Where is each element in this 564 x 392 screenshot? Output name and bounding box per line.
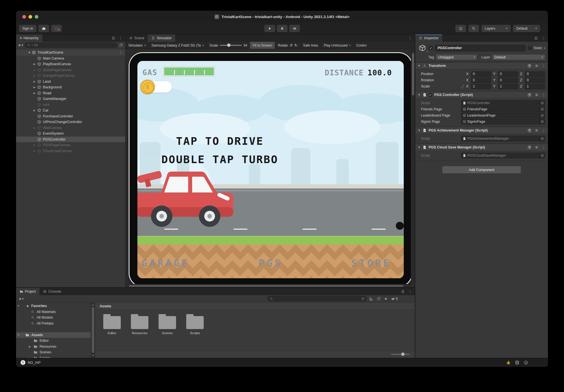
search-everywhere-button[interactable] (468, 25, 479, 32)
hierarchy-item[interactable]: GameManager (16, 96, 125, 102)
safe-area-button[interactable]: Safe Area (300, 42, 321, 49)
help-icon[interactable]: ? (527, 64, 532, 68)
component-header[interactable]: ▼ ✓ PGS Controller (Script) ? ⋮ (415, 91, 548, 98)
scrollbar-thumb[interactable] (92, 307, 94, 353)
presets-icon[interactable] (535, 64, 539, 68)
scale-x-field[interactable]: 1 (471, 84, 491, 89)
project-tree-scrollbar[interactable]: ▲ ▼ (91, 303, 95, 358)
hierarchy-item[interactable]: PurchaseController (16, 113, 125, 119)
object-reference-field[interactable]: FriendsPage (461, 106, 545, 112)
link-scale-icon[interactable] (461, 85, 464, 88)
static-checkbox[interactable] (528, 46, 532, 50)
component-menu-icon[interactable]: ⋮ (542, 129, 545, 132)
component-header[interactable]: ▼ PGS Cloud Save Manager (Script) ? ⋮ (415, 144, 548, 151)
hierarchy-item[interactable]: ▶Road (16, 90, 125, 96)
scale-slider-knob[interactable] (227, 43, 231, 47)
foldout-open-icon[interactable]: ▼ (17, 334, 20, 336)
object-picker-icon[interactable] (539, 100, 545, 106)
step-button[interactable] (289, 25, 300, 32)
collab-button[interactable]: ✕ (51, 25, 62, 32)
project-search-input[interactable] (267, 296, 367, 301)
hierarchy-scene-row[interactable]: ▼ TrivialKartScene ⋮ (16, 50, 125, 56)
cloud-services-button[interactable] (38, 25, 49, 32)
tab-inspector[interactable]: Inspector (415, 34, 442, 42)
object-reference-field[interactable]: LeaderboardPage (461, 113, 545, 118)
hierarchy-item-selected[interactable]: PGSController (16, 137, 125, 143)
presets-icon[interactable] (535, 145, 539, 149)
panel-menu-icon[interactable]: ⋮ (119, 36, 122, 40)
project-folder-row[interactable]: ▶Scripts (16, 355, 91, 358)
assets-root-row[interactable]: ▼ Assets (16, 332, 91, 338)
position-z-field[interactable]: 0 (525, 71, 545, 77)
layer-dropdown[interactable]: Default▾ (492, 54, 545, 60)
status-message[interactable]: NO_IAP (28, 361, 41, 365)
foldout-closed-icon[interactable]: ▶ (32, 109, 36, 112)
scene-menu-icon[interactable]: ⋮ (119, 51, 123, 54)
progress-check-icon[interactable] (524, 360, 528, 365)
tag-dropdown[interactable]: Untagged▾ (436, 54, 477, 60)
component-menu-icon[interactable]: ⋮ (542, 146, 545, 149)
sign-in-button[interactable]: Sign in (19, 25, 36, 32)
foldout-closed-icon[interactable]: ▶ (32, 92, 36, 95)
help-icon[interactable]: ? (527, 145, 532, 150)
rotation-z-field[interactable]: 0 (525, 78, 545, 83)
game-screen[interactable]: GAS DISTANCE (137, 61, 404, 278)
panel-menu-icon[interactable]: ⋮ (408, 36, 412, 40)
foldout-closed-icon[interactable]: ▶ (29, 357, 31, 358)
foldout-closed-icon[interactable]: ▶ (32, 69, 36, 71)
asset-folder-tile[interactable]: Scenes (155, 314, 179, 335)
foldout-open-icon[interactable]: ▼ (27, 51, 31, 54)
hierarchy-item[interactable]: ▶Background (16, 84, 125, 90)
scroll-down-icon[interactable]: ▼ (91, 354, 95, 357)
hierarchy-item[interactable]: ▶GaragePageCanvas (16, 73, 125, 79)
scale-z-field[interactable]: 1 (525, 84, 545, 89)
search-by-label-icon[interactable] (377, 297, 381, 301)
help-icon[interactable]: ? (527, 93, 532, 97)
scrollbar-thumb[interactable] (129, 285, 403, 287)
object-picker-icon[interactable] (539, 136, 545, 141)
hierarchy-item[interactable]: rock (16, 102, 125, 108)
cache-server-icon[interactable] (515, 360, 519, 365)
device-dropdown[interactable]: Samsung Galaxy Z Fold2 5G (Ta▾ (149, 42, 207, 49)
foldout-closed-icon[interactable]: ▶ (32, 63, 36, 65)
position-y-field[interactable]: 0 (498, 71, 518, 77)
asset-folder-tile[interactable]: Scripts (183, 314, 207, 335)
foldout-closed-icon[interactable]: ▶ (32, 74, 36, 77)
lock-icon[interactable] (401, 290, 405, 294)
fit-to-screen-button[interactable]: Fit to Screen (250, 42, 275, 49)
hierarchy-search-input[interactable]: ▾ All (25, 43, 117, 48)
gameobject-cube-icon[interactable]: ▾ (418, 44, 427, 52)
foldout-closed-icon[interactable]: ▶ (32, 126, 36, 129)
position-x-field[interactable]: 0 (471, 71, 491, 77)
hierarchy-item[interactable]: ▶StorePageCanvas (16, 67, 125, 73)
hierarchy-item[interactable]: EventSystem (16, 131, 125, 137)
foldout-open-icon[interactable]: ▼ (17, 305, 20, 307)
hierarchy-item[interactable]: UIPriceChangeController (16, 119, 125, 125)
foldout-closed-icon[interactable]: ▶ (32, 80, 36, 83)
foldout-open-icon[interactable]: ▼ (418, 146, 421, 149)
pause-button[interactable] (277, 25, 288, 32)
create-asset-button[interactable]: + ▾ (19, 296, 23, 301)
close-window-button[interactable] (22, 15, 26, 19)
hierarchy-item[interactable]: ▶Car (16, 108, 125, 113)
foldout-open-icon[interactable]: ▼ (418, 93, 421, 96)
rotate-ccw-icon[interactable]: ↺ (289, 43, 293, 47)
rotation-x-field[interactable]: 0 (471, 78, 491, 83)
script-reference-field[interactable]: PGSController (461, 100, 545, 106)
component-header[interactable]: ▼ PGS Achievement Manager (Script) ? ⋮ (415, 127, 548, 134)
tab-simulator[interactable]: Simulator (148, 34, 175, 42)
foldout-closed-icon[interactable]: ▶ (32, 86, 36, 89)
object-picker-icon[interactable] (539, 113, 545, 118)
foldout-open-icon[interactable]: ▼ (418, 129, 421, 132)
hierarchy-item[interactable]: ▶PGSPageCanvas (16, 142, 125, 148)
minimize-window-button[interactable] (28, 15, 32, 19)
panel-menu-icon[interactable]: ⋮ (408, 290, 412, 294)
add-component-button[interactable]: Add Component (442, 166, 521, 174)
controls-dropdown[interactable]: Contro (354, 42, 369, 49)
chevron-down-icon[interactable]: ▾ (544, 47, 545, 49)
project-folder-row[interactable]: Editor (16, 338, 91, 344)
script-reference-field[interactable]: PGSAchievementManager (461, 136, 545, 141)
search-by-type-icon[interactable] (369, 297, 373, 301)
component-menu-icon[interactable]: ⋮ (542, 64, 545, 68)
favorites-item[interactable]: All Materials (16, 309, 91, 315)
